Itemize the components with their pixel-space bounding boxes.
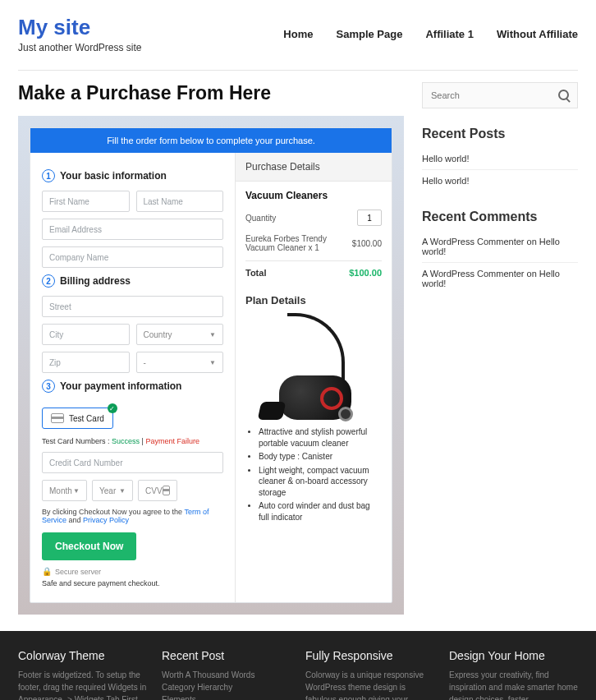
secure-label: Secure server <box>55 568 101 576</box>
nav-sample[interactable]: Sample Page <box>336 28 402 40</box>
footer-col3-text: Colorway is a unique responsive WordPres… <box>305 669 434 700</box>
post-link[interactable]: Hello world! <box>422 170 578 191</box>
footer-link[interactable]: Elements <box>162 693 291 700</box>
site-title[interactable]: My site <box>18 15 142 40</box>
success-link[interactable]: Success <box>112 437 140 445</box>
checkout-button[interactable]: Checkout Now <box>42 532 136 560</box>
plan-bullets: Attractive and stylish powerful portable… <box>236 423 392 532</box>
test-card-option[interactable]: Test Card ✓ <box>42 408 113 429</box>
page-title: Make a Purchase From Here <box>18 82 404 104</box>
purchase-details-header: Purchase Details <box>236 153 392 182</box>
step-3-icon: 3 <box>42 380 55 393</box>
search-box[interactable] <box>422 82 578 108</box>
city-field[interactable] <box>42 324 130 345</box>
line-item-label: Eureka Forbes Trendy Vacuum Cleaner x 1 <box>245 234 336 252</box>
step-3-label: Your payment information <box>60 380 181 392</box>
search-icon[interactable] <box>558 90 569 101</box>
chevron-down-icon: ▼ <box>73 487 80 495</box>
last-name-field[interactable] <box>136 191 224 212</box>
failure-link[interactable]: Payment Failure <box>145 437 199 445</box>
footer-col4-text: Express your creativity, find inspiratio… <box>449 669 578 700</box>
cvv-field[interactable]: CVV <box>138 480 177 501</box>
footer-link[interactable]: Worth A Thousand Words <box>162 669 291 681</box>
country-select[interactable]: Country▼ <box>136 324 224 345</box>
recent-posts-heading: Recent Posts <box>422 127 578 141</box>
bullet: Auto cord winder and dust bag full indic… <box>259 500 377 523</box>
state-select[interactable]: -▼ <box>136 352 224 373</box>
year-select[interactable]: Year▼ <box>92 480 133 501</box>
bullet: Attractive and stylish powerful portable… <box>259 426 377 449</box>
vacuum-image <box>264 313 363 420</box>
tagline: Just another WordPress site <box>18 42 142 53</box>
total-value: $100.00 <box>349 268 382 278</box>
chevron-down-icon: ▼ <box>119 487 126 495</box>
search-input[interactable] <box>431 90 558 100</box>
step-1-label: Your basic information <box>60 170 167 182</box>
safe-label: Safe and secure payment checkout. <box>42 579 223 587</box>
footer-link[interactable]: Category Hierarchy <box>162 681 291 693</box>
plan-details-title: Plan Details <box>236 286 392 310</box>
step-2-label: Billing address <box>60 275 131 287</box>
card-icon <box>51 413 64 423</box>
total-label: Total <box>245 268 266 278</box>
bullet: Body type : Canister <box>259 451 377 463</box>
post-link[interactable]: Hello world! <box>422 148 578 170</box>
company-field[interactable] <box>42 246 223 268</box>
check-icon: ✓ <box>108 403 117 413</box>
step-1-icon: 1 <box>42 169 55 182</box>
card-icon <box>163 486 170 495</box>
nav-home[interactable]: Home <box>283 28 313 40</box>
checkout-form-wrap: Fill the order form below to complete yo… <box>18 116 404 615</box>
footer-col1-heading: Colorway Theme <box>18 649 147 662</box>
chevron-down-icon: ▼ <box>209 331 216 338</box>
recent-comments-heading: Recent Comments <box>422 210 578 224</box>
nav-no-affiliate[interactable]: Without Affiliate <box>497 28 578 40</box>
privacy-link[interactable]: Privacy Policy <box>83 516 129 524</box>
email-field[interactable] <box>42 219 223 240</box>
lock-icon: 🔒 <box>42 567 52 576</box>
first-name-field[interactable] <box>42 191 130 212</box>
footer-col4-heading: Design Your Home <box>449 649 578 662</box>
test-card-hint: Test Card Numbers : Success | Payment Fa… <box>42 437 223 445</box>
bullet: Light weight, compact vacuum cleaner & o… <box>259 465 377 499</box>
form-banner: Fill the order form below to complete yo… <box>30 128 392 153</box>
zip-field[interactable] <box>42 352 130 373</box>
street-field[interactable] <box>42 296 223 317</box>
chevron-down-icon: ▼ <box>209 359 216 366</box>
line-item-price: $100.00 <box>352 239 382 248</box>
footer-col3-heading: Fully Responsive <box>305 649 434 662</box>
comment-link[interactable]: A WordPress Commenter on Hello world! <box>422 231 578 263</box>
footer-col2-heading: Recent Post <box>162 649 291 662</box>
nav-affiliate[interactable]: Affiliate 1 <box>425 28 474 40</box>
terms-text: By clicking Checkout Now you agree to th… <box>42 508 223 524</box>
month-select[interactable]: Month▼ <box>42 480 87 501</box>
main-nav: Home Sample Page Affiliate 1 Without Aff… <box>283 28 578 40</box>
qty-input[interactable] <box>357 210 382 226</box>
step-2-icon: 2 <box>42 274 55 288</box>
footer-col1-text: Footer is widgetized. To setup the foote… <box>18 669 147 700</box>
qty-label: Quantity <box>245 214 276 223</box>
comment-link[interactable]: A WordPress Commenter on Hello world! <box>422 263 578 294</box>
purchase-group: Vacuum Cleaners <box>245 190 382 201</box>
cc-number-field[interactable] <box>42 452 223 473</box>
